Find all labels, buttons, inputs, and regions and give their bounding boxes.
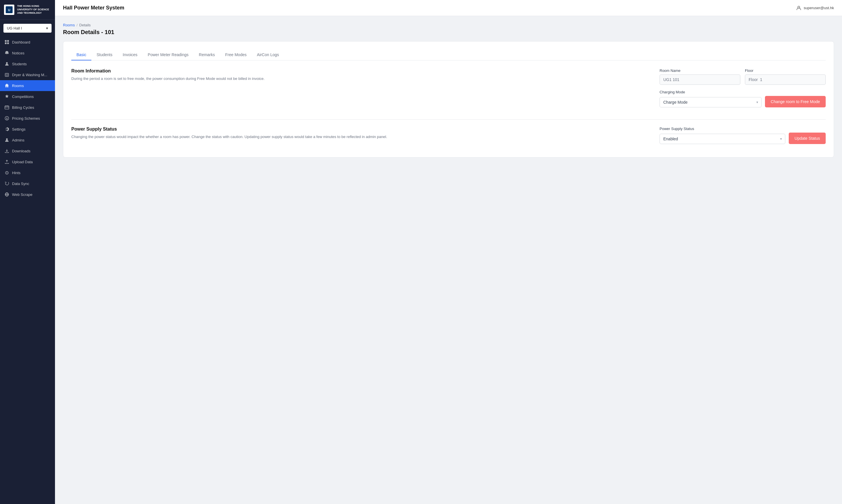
sidebar-item-label: Settings — [12, 127, 25, 131]
topbar: Hall Power Meter System superuser@ust.hk — [55, 0, 842, 16]
power-supply-select-wrap: Enabled Disabled ▾ — [660, 134, 785, 144]
sidebar-item-dashboard[interactable]: Dashboard — [0, 37, 55, 48]
room-info-text: During the period a room is set to free … — [71, 76, 651, 82]
logo-icon: U — [4, 4, 14, 15]
svg-point-6 — [6, 62, 8, 64]
sidebar-item-upload-data[interactable]: Upload Data — [0, 156, 55, 167]
room-name-floor-row: Room Name Floor — [660, 69, 826, 85]
sidebar-item-data-sync[interactable]: Data Sync — [0, 178, 55, 189]
tabs: Basic Students Invoices Power Meter Read… — [71, 50, 826, 60]
charging-mode-row: Charging Mode Charge Mode Free Mode ▾ C — [660, 90, 826, 107]
svg-rect-5 — [7, 42, 9, 44]
tab-remarks[interactable]: Remarks — [194, 50, 220, 60]
content-area: Rooms / Details Room Details - 101 Basic… — [55, 16, 842, 504]
sidebar-item-label: Downloads — [12, 149, 30, 153]
sidebar-item-label: Dryer & Washing M... — [12, 73, 47, 77]
breadcrumb-separator: / — [76, 23, 78, 27]
room-info-description: Room Information During the period a roo… — [71, 69, 651, 82]
power-supply-group: Power Supply Status Enabled Disabled ▾ — [660, 127, 826, 144]
breadcrumb-current: Details — [79, 23, 91, 27]
page-title: Room Details - 101 — [63, 29, 834, 36]
sidebar-logo: U The Hong KongUniversity of Scienceand … — [0, 0, 55, 20]
sidebar-item-dryer[interactable]: Dryer & Washing M... — [0, 69, 55, 80]
power-supply-description: Power Supply Status Changing the power s… — [71, 127, 651, 140]
sidebar-item-billing-cycles[interactable]: Billing Cycles — [0, 102, 55, 113]
charging-mode-group: Charging Mode Charge Mode Free Mode ▾ C — [660, 90, 826, 107]
svg-rect-4 — [5, 42, 6, 44]
sidebar-item-pricing-schemes[interactable]: $ Pricing Schemes — [0, 113, 55, 124]
sidebar-item-students[interactable]: Students — [0, 58, 55, 69]
charging-mode-label: Charging Mode — [660, 90, 826, 94]
floor-label: Floor — [745, 69, 826, 73]
room-info-form: Room Name Floor Charging Mode — [660, 69, 826, 112]
sidebar-item-hints[interactable]: Hints — [0, 167, 55, 178]
svg-rect-2 — [5, 40, 6, 42]
sidebar-item-label: Rooms — [12, 84, 24, 88]
power-supply-controls: Enabled Disabled ▾ Update Status — [660, 132, 826, 144]
sidebar-item-settings[interactable]: Settings — [0, 124, 55, 134]
room-info-section: Room Information During the period a roo… — [71, 69, 826, 112]
room-name-input[interactable] — [660, 74, 740, 85]
svg-rect-7 — [5, 73, 8, 76]
svg-point-8 — [6, 74, 8, 76]
power-supply-select[interactable]: Enabled Disabled — [660, 134, 785, 144]
sidebar-item-downloads[interactable]: Downloads — [0, 145, 55, 156]
room-info-title: Room Information — [71, 69, 651, 74]
main-content: Hall Power Meter System superuser@ust.hk… — [55, 0, 842, 504]
charging-mode-select-wrap: Charge Mode Free Mode ▾ — [660, 97, 762, 107]
sidebar-item-admins[interactable]: Admins — [0, 134, 55, 145]
user-icon — [796, 5, 801, 11]
svg-text:$: $ — [6, 117, 7, 120]
breadcrumb: Rooms / Details — [63, 23, 834, 27]
tab-aircon-logs[interactable]: AirCon Logs — [252, 50, 284, 60]
room-name-group: Room Name — [660, 69, 740, 85]
svg-rect-3 — [7, 40, 9, 42]
user-info: superuser@ust.hk — [796, 5, 834, 11]
sidebar-item-rooms[interactable]: Rooms — [0, 80, 55, 91]
charging-mode-select[interactable]: Charge Mode Free Mode — [660, 97, 762, 107]
main-card: Basic Students Invoices Power Meter Read… — [63, 41, 834, 158]
tab-basic[interactable]: Basic — [71, 50, 91, 60]
svg-rect-9 — [5, 106, 9, 109]
svg-text:U: U — [8, 8, 10, 12]
tab-students[interactable]: Students — [91, 50, 118, 60]
sidebar-item-web-scrape[interactable]: Web Scrape — [0, 189, 55, 200]
tab-invoices[interactable]: Invoices — [118, 50, 143, 60]
power-supply-label: Power Supply Status — [660, 127, 826, 131]
sidebar-item-label: Billing Cycles — [12, 105, 34, 110]
power-supply-row: Power Supply Status Enabled Disabled ▾ — [660, 127, 826, 144]
sidebar-item-label: Upload Data — [12, 160, 33, 164]
room-name-label: Room Name — [660, 69, 740, 73]
sidebar: U The Hong KongUniversity of Scienceand … — [0, 0, 55, 504]
sidebar-item-competitions[interactable]: Competitions — [0, 91, 55, 102]
sidebar-item-label: Data Sync — [12, 182, 29, 186]
floor-input[interactable] — [745, 74, 826, 85]
power-supply-text: Changing the power status would impact t… — [71, 134, 651, 140]
logo-text: The Hong KongUniversity of Scienceand Te… — [17, 4, 49, 15]
tab-power-meter-readings[interactable]: Power Meter Readings — [143, 50, 194, 60]
breadcrumb-parent[interactable]: Rooms — [63, 23, 75, 27]
sidebar-item-label: Competitions — [12, 94, 34, 99]
tab-free-modes[interactable]: Free Modes — [220, 50, 252, 60]
user-email: superuser@ust.hk — [804, 6, 834, 10]
app-title: Hall Power Meter System — [63, 5, 124, 11]
power-supply-section: Power Supply Status Changing the power s… — [71, 127, 826, 149]
sidebar-item-label: Web Scrape — [12, 193, 32, 197]
sidebar-item-label: Notices — [12, 51, 24, 55]
sidebar-item-label: Students — [12, 62, 26, 66]
sidebar-item-label: Pricing Schemes — [12, 116, 40, 121]
change-to-free-mode-button[interactable]: Change room to Free Mode — [765, 96, 826, 107]
svg-rect-15 — [6, 173, 7, 174]
update-status-button[interactable]: Update Status — [789, 132, 826, 144]
sidebar-item-notices[interactable]: Notices — [0, 48, 55, 58]
hall-selector[interactable]: UG Hall I ▾ — [3, 24, 52, 33]
sidebar-item-label: Dashboard — [12, 40, 30, 44]
svg-point-14 — [6, 172, 7, 172]
sidebar-nav: Dashboard Notices Students Dryer & Washi… — [0, 37, 55, 200]
sidebar-item-label: Admins — [12, 138, 24, 142]
sidebar-item-label: Hints — [12, 171, 21, 175]
floor-group: Floor — [745, 69, 826, 85]
power-supply-form: Power Supply Status Enabled Disabled ▾ — [660, 127, 826, 149]
charging-mode-controls: Charge Mode Free Mode ▾ Change room to F… — [660, 96, 826, 107]
svg-point-12 — [6, 138, 8, 140]
